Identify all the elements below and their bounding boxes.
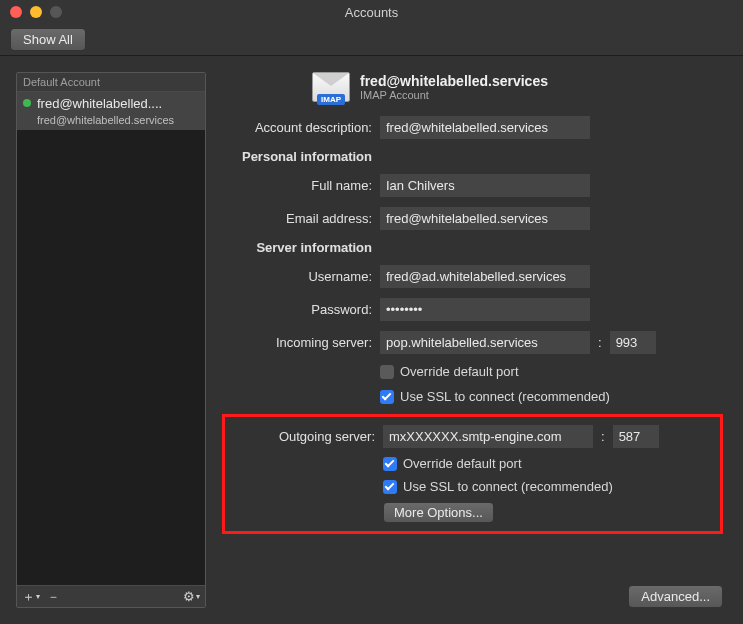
- plus-icon: ＋: [22, 588, 35, 606]
- sidebar-footer: ＋ ▾ － ⚙ ▾: [17, 585, 205, 607]
- outgoing-ssl-checkbox[interactable]: [383, 480, 397, 494]
- imap-badge: IMAP: [317, 94, 345, 105]
- port-separator: :: [598, 335, 602, 350]
- email-field[interactable]: [380, 207, 590, 230]
- username-field[interactable]: [380, 265, 590, 288]
- password-field[interactable]: [380, 298, 590, 321]
- outgoing-ssl-label: Use SSL to connect (recommended): [403, 479, 613, 494]
- remove-account-button[interactable]: －: [43, 589, 63, 605]
- status-dot-icon: [23, 99, 31, 107]
- username-label: Username:: [222, 269, 372, 284]
- incoming-override-label: Override default port: [400, 364, 519, 379]
- port-separator: :: [601, 429, 605, 444]
- accounts-window: Accounts Show All Default Account fred@w…: [0, 0, 743, 624]
- account-details: IMAP fred@whitelabelled.services IMAP Ac…: [222, 72, 727, 608]
- outgoing-override-port-checkbox[interactable]: [383, 457, 397, 471]
- add-account-button[interactable]: ＋ ▾: [21, 589, 41, 605]
- incoming-label: Incoming server:: [222, 335, 372, 350]
- mail-icon: IMAP: [312, 72, 350, 102]
- gear-icon: ⚙: [183, 589, 195, 604]
- sidebar-item-name: fred@whitelabelled....: [37, 96, 162, 111]
- advanced-button[interactable]: Advanced...: [628, 585, 723, 608]
- account-form: Account description: Personal informatio…: [222, 116, 723, 534]
- description-label: Account description:: [222, 120, 372, 135]
- outgoing-label: Outgoing server:: [231, 429, 375, 444]
- email-label: Email address:: [222, 211, 372, 226]
- incoming-override-port-checkbox[interactable]: [380, 365, 394, 379]
- sidebar-list: fred@whitelabelled.... fred@whitelabelle…: [17, 92, 205, 585]
- personal-section-label: Personal information: [222, 149, 372, 164]
- content: Default Account fred@whitelabelled.... f…: [0, 56, 743, 624]
- sidebar-account-item[interactable]: fred@whitelabelled....: [17, 92, 205, 114]
- outgoing-server-field[interactable]: [383, 425, 593, 448]
- more-options-button[interactable]: More Options...: [383, 502, 494, 523]
- chevron-down-icon: ▾: [36, 592, 40, 601]
- password-label: Password:: [222, 302, 372, 317]
- toolbar: Show All: [0, 24, 743, 56]
- incoming-ssl-label: Use SSL to connect (recommended): [400, 389, 610, 404]
- description-field[interactable]: [380, 116, 590, 139]
- chevron-down-icon: ▾: [196, 592, 200, 601]
- incoming-port-field[interactable]: [610, 331, 656, 354]
- incoming-server-field[interactable]: [380, 331, 590, 354]
- fullname-label: Full name:: [222, 178, 372, 193]
- outgoing-override-label: Override default port: [403, 456, 522, 471]
- sidebar-actions-button[interactable]: ⚙ ▾: [181, 589, 201, 605]
- accounts-sidebar: Default Account fred@whitelabelled.... f…: [16, 72, 206, 608]
- fullname-field[interactable]: [380, 174, 590, 197]
- minus-icon: －: [47, 588, 60, 606]
- sidebar-header: Default Account: [17, 73, 205, 92]
- titlebar: Accounts: [0, 0, 743, 24]
- outgoing-port-field[interactable]: [613, 425, 659, 448]
- account-header: IMAP fred@whitelabelled.services IMAP Ac…: [312, 72, 723, 102]
- window-title: Accounts: [0, 5, 743, 20]
- incoming-ssl-checkbox[interactable]: [380, 390, 394, 404]
- show-all-button[interactable]: Show All: [10, 28, 86, 51]
- server-section-label: Server information: [222, 240, 372, 255]
- footer: Advanced...: [222, 575, 723, 608]
- account-title: fred@whitelabelled.services: [360, 73, 548, 89]
- outgoing-highlight: Outgoing server: : Override default port…: [222, 414, 723, 534]
- account-subtitle: IMAP Account: [360, 89, 548, 101]
- sidebar-item-sub: fred@whitelabelled.services: [17, 114, 205, 130]
